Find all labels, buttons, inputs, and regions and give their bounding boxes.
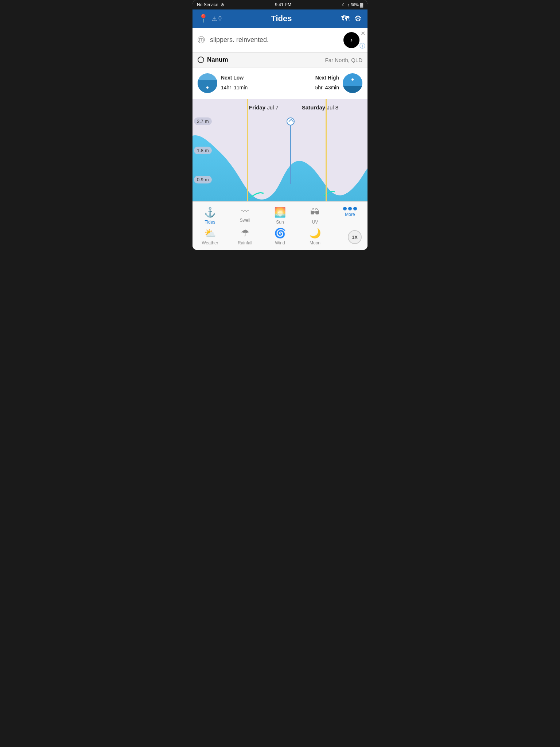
settings-icon[interactable]: ⚙	[354, 14, 362, 23]
nav-swell[interactable]: 〰 Swell	[228, 205, 262, 226]
time-display: 9:41 PM	[275, 2, 291, 7]
dot1	[343, 207, 347, 210]
swell-icon: 〰	[241, 207, 249, 216]
ad-logo-icon: ⓜ	[198, 35, 205, 45]
zoom-label: 1X	[352, 235, 358, 240]
next-low-text: Next Low 14hr 11min	[221, 75, 248, 92]
nav-wind[interactable]: 🌀 Wind	[262, 226, 298, 247]
location-name: Nanum	[198, 56, 228, 63]
nav-swell-label: Swell	[240, 218, 250, 223]
y-axis-labels: 2.7 m 1.8 m 0.9 m	[192, 99, 212, 201]
next-low-hr-unit: hr	[227, 85, 231, 90]
current-time-line	[290, 125, 291, 184]
status-bar: No Service ⊗ 9:41 PM ☾ ↑ 36% ▓	[192, 0, 368, 9]
dot2	[348, 207, 352, 210]
status-right: ☾ ↑ 36% ▓	[342, 3, 363, 7]
moon-icon: ☾	[342, 3, 346, 7]
day1-line	[247, 99, 248, 201]
next-low-label: Next Low	[221, 75, 248, 81]
battery-text: 36%	[351, 3, 359, 7]
device-frame: No Service ⊗ 9:41 PM ☾ ↑ 36% ▓ 📍 ⚠ 0 Tid…	[192, 0, 368, 250]
location-bar[interactable]: Nanum Far North, QLD	[192, 53, 368, 67]
bottom-navigation: ⚓ Tides 〰 Swell 🌅 Sun 🕶 UV More ⛅ Weathe…	[192, 201, 368, 250]
rainfall-icon: ☂	[241, 228, 249, 239]
map-icon[interactable]: 🗺	[341, 14, 349, 23]
next-low-min-unit: min	[240, 85, 248, 90]
wind-icon: 🌀	[274, 228, 286, 239]
nav-weather[interactable]: ⛅ Weather	[192, 226, 228, 247]
battery-icon: ▓	[360, 3, 363, 7]
low-tide-icon	[198, 73, 217, 93]
nav-tides-label: Tides	[205, 220, 215, 225]
day2-line	[326, 99, 327, 201]
uv-icon: 🕶	[310, 207, 320, 218]
location-pin-icon[interactable]: 📍	[198, 14, 208, 23]
next-low-time: 14hr 11min	[221, 81, 248, 92]
next-high-block: Next High 5hr 43min	[280, 73, 362, 93]
next-high-time: 5hr 43min	[315, 81, 339, 92]
signal-icon: ⊗	[221, 2, 224, 7]
header-left: 📍 ⚠ 0	[198, 14, 222, 23]
location-region-text: Far North, QLD	[325, 57, 362, 63]
high-tide-icon	[343, 73, 362, 93]
next-high-text: Next High 5hr 43min	[315, 75, 339, 92]
weather-icon: ⛅	[204, 228, 216, 239]
current-circle-icon	[287, 117, 295, 125]
app-header: 📍 ⚠ 0 Tides 🗺 ⚙	[192, 9, 368, 28]
location-circle-icon	[198, 57, 204, 63]
ad-close-button[interactable]: ✕	[361, 30, 365, 37]
day2-date: Jul 8	[327, 104, 338, 111]
nav-rainfall-label: Rainfall	[238, 240, 252, 245]
next-low-block: Next Low 14hr 11min	[198, 73, 280, 93]
nav-wind-label: Wind	[275, 240, 285, 245]
next-high-minutes: 43	[325, 85, 331, 90]
next-high-min-unit: min	[331, 85, 339, 90]
next-high-hr-unit: hr	[318, 85, 322, 90]
next-high-hours: 5	[315, 85, 318, 90]
nav-tides[interactable]: ⚓ Tides	[192, 205, 228, 226]
anchor-icon: ⚓	[204, 207, 216, 218]
zoom-button[interactable]: 1X	[348, 230, 362, 244]
y-label-mid: 1.8 m	[194, 147, 212, 154]
tide-wave-chart	[192, 114, 368, 201]
next-high-label: Next High	[315, 75, 339, 81]
tide-info-section: Next Low 14hr 11min Next High 5hr 43min	[192, 67, 368, 99]
nav-rainfall[interactable]: ☂ Rainfall	[228, 226, 262, 247]
nav-sun-label: Sun	[276, 220, 284, 225]
sun-icon: 🌅	[274, 207, 286, 218]
carrier-text: No Service	[197, 2, 218, 7]
nav-more[interactable]: More	[332, 205, 368, 226]
nav-moon-label: Moon	[310, 240, 320, 245]
day2-name: Saturday	[302, 104, 325, 111]
location-arrow-icon: ↑	[347, 3, 349, 7]
day1-date: Jul 7	[267, 104, 279, 111]
header-right: 🗺 ⚙	[341, 14, 362, 23]
nav-sun[interactable]: 🌅 Sun	[262, 205, 298, 226]
nav-moon[interactable]: 🌙 Moon	[298, 226, 332, 247]
alert-icon: ⚠	[212, 15, 217, 22]
more-dots-icon	[343, 207, 357, 210]
alert-count: 0	[218, 15, 222, 22]
ad-info-button[interactable]: ⓘ	[359, 42, 365, 50]
ad-arrow-button[interactable]: ›	[343, 32, 359, 48]
y-label-low: 0.9 m	[194, 176, 212, 183]
page-title: Tides	[222, 14, 341, 23]
day1-name: Friday	[249, 104, 265, 111]
nav-uv-label: UV	[312, 220, 318, 225]
day2-label: Saturday Jul 8	[302, 104, 338, 111]
alert-badge[interactable]: ⚠ 0	[212, 15, 222, 22]
next-low-hours: 14	[221, 85, 227, 90]
wave-path	[192, 135, 368, 201]
day1-label: Friday Jul 7	[249, 104, 279, 111]
y-label-high: 2.7 m	[194, 117, 212, 125]
nav-more-label: More	[345, 212, 355, 217]
moon-nav-icon: 🌙	[309, 228, 321, 239]
nav-uv[interactable]: 🕶 UV	[298, 205, 332, 226]
current-time-indicator	[287, 117, 295, 184]
location-name-text: Nanum	[207, 56, 228, 63]
status-left: No Service ⊗	[197, 2, 224, 7]
tide-chart[interactable]: 2.7 m 1.8 m 0.9 m Friday Jul 7 Saturday …	[192, 99, 368, 201]
dot3	[353, 207, 357, 210]
next-low-minutes: 11	[234, 85, 240, 90]
ad-text: slippers. reinvented.	[210, 36, 343, 44]
